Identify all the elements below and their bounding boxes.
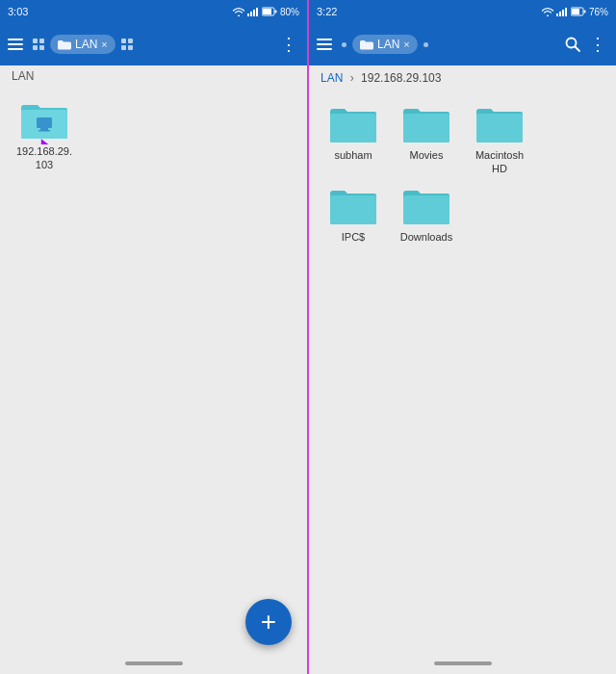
breadcrumb-separator: › <box>350 71 354 85</box>
right-wifi-icon <box>542 7 553 16</box>
left-top-bar: LAN × ⋮ <box>0 23 307 65</box>
svg-rect-17 <box>572 9 579 14</box>
left-time: 3:03 <box>8 6 28 17</box>
right-time: 3:22 <box>317 6 337 17</box>
left-battery-icon <box>262 7 277 16</box>
svg-rect-8 <box>40 128 48 130</box>
svg-rect-18 <box>583 11 585 13</box>
folder-192[interactable]: 192.168.29. 103 <box>12 98 77 172</box>
right-top-bar: LAN × ⋮ <box>309 23 616 65</box>
folder-movies[interactable]: Movies <box>394 102 459 176</box>
left-grid-icon2 <box>121 39 133 50</box>
right-home-indicator <box>434 661 492 665</box>
svg-rect-14 <box>562 10 564 16</box>
left-bottom-bar <box>0 653 307 674</box>
right-battery-pct: 76% <box>589 7 608 17</box>
left-wifi-icon <box>233 7 244 16</box>
svg-rect-1 <box>250 12 252 16</box>
breadcrumb-current: 192.168.29.103 <box>361 71 441 85</box>
folder-macintosh-icon <box>475 102 525 144</box>
svg-rect-13 <box>559 12 561 16</box>
svg-rect-2 <box>253 10 255 16</box>
folder-192-label: 192.168.29. 103 <box>16 144 72 172</box>
right-dot-indicator <box>342 42 346 47</box>
svg-rect-9 <box>38 130 50 132</box>
right-signal-icon <box>556 7 568 16</box>
left-home-indicator <box>125 661 183 665</box>
right-more-icon[interactable]: ⋮ <box>587 32 608 57</box>
folder-macintosh[interactable]: Macintosh HD <box>467 102 532 176</box>
folder-subham[interactable]: subham <box>321 102 386 176</box>
left-grid-view-icon <box>33 39 44 50</box>
right-lan-tab[interactable]: LAN × <box>352 35 418 54</box>
left-menu-icon[interactable] <box>8 39 23 50</box>
svg-rect-5 <box>263 9 271 14</box>
svg-line-20 <box>576 47 580 52</box>
svg-rect-0 <box>247 13 249 16</box>
folder-ipcs-icon <box>328 184 378 226</box>
right-search-icon[interactable] <box>564 36 581 53</box>
folder-downloads-label: Downloads <box>400 230 452 244</box>
right-file-grid: subham Movies Macintosh HD IPC$ <box>309 91 616 255</box>
left-lan-tab-label: LAN <box>75 38 97 51</box>
left-section-label: LAN <box>0 65 307 87</box>
left-signal-icon <box>247 7 259 16</box>
folder-movies-icon <box>401 102 451 144</box>
folder-192-icon <box>19 98 69 141</box>
left-panel: 3:03 80% <box>0 0 307 674</box>
left-tab-folder-icon <box>58 39 71 50</box>
left-tab-close[interactable]: × <box>101 39 107 50</box>
left-status-bar: 3:03 80% <box>0 0 307 23</box>
left-lan-tab[interactable]: LAN × <box>50 35 116 54</box>
right-battery-icon <box>571 7 586 16</box>
right-tab-close[interactable]: × <box>403 39 409 50</box>
folder-movies-label: Movies <box>410 148 444 162</box>
breadcrumb-parent: LAN <box>321 71 343 85</box>
svg-rect-12 <box>556 13 558 16</box>
folder-ipcs-label: IPC$ <box>342 230 365 244</box>
left-battery-pct: 80% <box>280 7 299 17</box>
folder-subham-icon <box>328 102 378 144</box>
right-dot-indicator2 <box>424 42 428 47</box>
folder-downloads-icon <box>401 184 451 226</box>
right-breadcrumb: LAN › 192.168.29.103 <box>309 65 616 91</box>
folder-downloads[interactable]: Downloads <box>394 184 459 244</box>
svg-rect-3 <box>256 8 258 16</box>
left-more-icon[interactable]: ⋮ <box>278 32 299 57</box>
svg-rect-6 <box>274 11 276 13</box>
right-panel: 3:22 76% <box>307 0 616 674</box>
svg-rect-15 <box>565 8 567 16</box>
right-status-bar: 3:22 76% <box>309 0 616 23</box>
right-bottom-bar <box>309 653 616 674</box>
right-menu-icon[interactable] <box>317 39 332 50</box>
right-tab-folder-icon <box>360 39 373 50</box>
folder-macintosh-label: Macintosh HD <box>467 148 532 176</box>
left-file-grid: 192.168.29. 103 <box>0 87 307 184</box>
folder-subham-label: subham <box>334 148 372 162</box>
right-lan-tab-label: LAN <box>377 38 399 51</box>
svg-rect-7 <box>37 117 52 128</box>
left-fab-button[interactable]: + <box>245 599 292 645</box>
folder-ipcs[interactable]: IPC$ <box>321 184 386 244</box>
